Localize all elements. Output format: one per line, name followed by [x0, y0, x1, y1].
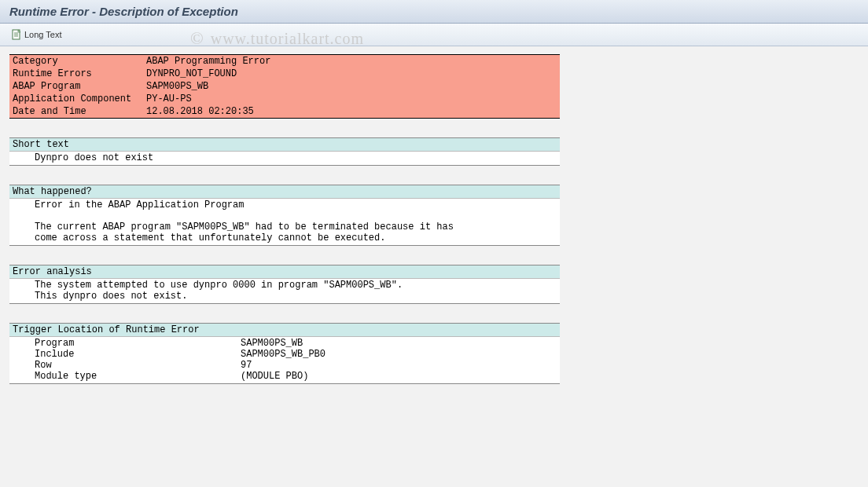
info-value: PY-AU-PS	[143, 93, 560, 105]
error-analysis-line: This dynpro does not exist.	[13, 291, 557, 302]
toolbar: Long Text	[0, 24, 868, 46]
what-happened-line: Error in the ABAP Application Program	[13, 200, 557, 211]
page-title: Runtime Error - Description of Exception	[9, 5, 859, 18]
trigger-label: Program	[13, 338, 241, 349]
content-area: CategoryABAP Programming Error Runtime E…	[0, 46, 868, 392]
title-bar: Runtime Error - Description of Exception	[0, 0, 868, 24]
section-body: Error in the ABAP Application Program Th…	[9, 199, 560, 245]
section-body: ProgramSAPM00PS_WB IncludeSAPM00PS_WB_PB…	[9, 337, 560, 383]
section-header: Trigger Location of Runtime Error	[9, 324, 560, 337]
trigger-value: SAPM00PS_WB	[241, 338, 557, 349]
error-info-table: CategoryABAP Programming Error Runtime E…	[9, 54, 560, 119]
long-text-label: Long Text	[24, 30, 62, 39]
trigger-value: (MODULE PBO)	[241, 371, 557, 382]
what-happened-line: come across a statement that unfortunate…	[13, 233, 557, 244]
section-body: Dynpro does not exist	[9, 152, 560, 165]
info-label: Category	[9, 55, 143, 68]
blank-line	[13, 211, 557, 222]
trigger-row: Module type(MODULE PBO)	[13, 371, 557, 382]
section-header: What happened?	[9, 185, 560, 199]
info-row: CategoryABAP Programming Error	[9, 55, 560, 68]
trigger-label: Module type	[13, 371, 241, 382]
long-text-button[interactable]: Long Text	[6, 27, 68, 42]
section-body: The system attempted to use dynpro 0000 …	[9, 279, 560, 303]
error-analysis-line: The system attempted to use dynpro 0000 …	[13, 280, 557, 291]
info-row: Date and Time12.08.2018 02:20:35	[9, 105, 560, 118]
info-label: Date and Time	[9, 105, 143, 118]
short-text-body: Dynpro does not exist	[13, 152, 557, 163]
what-happened-line: The current ABAP program "SAPM00PS_WB" h…	[13, 222, 557, 233]
info-value: DYNPRO_NOT_FOUND	[143, 68, 560, 80]
info-row: Application ComponentPY-AU-PS	[9, 93, 560, 105]
trigger-value: SAPM00PS_WB_PB0	[241, 349, 557, 360]
info-value: ABAP Programming Error	[143, 55, 560, 68]
trigger-row: Row97	[13, 360, 557, 371]
info-row: Runtime ErrorsDYNPRO_NOT_FOUND	[9, 68, 560, 80]
trigger-label: Row	[13, 360, 241, 371]
trigger-location-section: Trigger Location of Runtime Error Progra…	[9, 323, 560, 384]
section-header: Error analysis	[9, 265, 560, 279]
trigger-row: ProgramSAPM00PS_WB	[13, 338, 557, 349]
document-icon	[12, 29, 22, 40]
info-row: ABAP ProgramSAPM00PS_WB	[9, 80, 560, 93]
trigger-value: 97	[241, 360, 557, 371]
trigger-row: IncludeSAPM00PS_WB_PB0	[13, 349, 557, 360]
short-text-section: Short text Dynpro does not exist	[9, 137, 560, 166]
error-analysis-section: Error analysis The system attempted to u…	[9, 265, 560, 304]
what-happened-section: What happened? Error in the ABAP Applica…	[9, 185, 560, 246]
info-label: Application Component	[9, 93, 143, 105]
section-header: Short text	[9, 138, 560, 152]
info-label: ABAP Program	[9, 80, 143, 93]
info-value: SAPM00PS_WB	[143, 80, 560, 93]
info-label: Runtime Errors	[9, 68, 143, 80]
info-value: 12.08.2018 02:20:35	[143, 105, 560, 118]
trigger-label: Include	[13, 349, 241, 360]
